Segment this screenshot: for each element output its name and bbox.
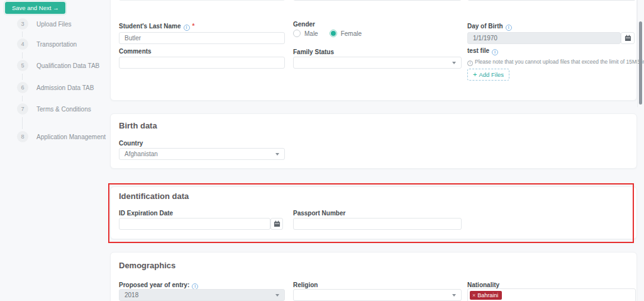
identification-data-card: Identification data ID Expiration Date P… xyxy=(110,186,637,239)
gender-radio-group: Male Female xyxy=(293,30,369,37)
close-icon[interactable]: × xyxy=(472,292,475,298)
info-icon: i xyxy=(467,60,473,66)
chevron-down-icon xyxy=(275,294,279,297)
application-form-page: Save and Next → 3 Upload Files 4 Transpo… xyxy=(0,0,644,301)
gender-male-label[interactable]: Male xyxy=(304,30,318,37)
comments-label: Comments xyxy=(119,48,152,55)
nationality-multiselect[interactable]: × Bahraini xyxy=(467,288,636,301)
calendar-icon xyxy=(625,35,631,42)
step-number-qualification: 5 xyxy=(17,60,28,71)
gender-male-radio[interactable] xyxy=(293,30,301,37)
personal-data-card: Student's Last Namei* Butler Gender Male… xyxy=(110,0,637,101)
step-number-terms: 7 xyxy=(17,103,28,115)
student-last-name-label: Student's Last Namei* xyxy=(119,23,194,31)
day-of-birth-label: Day of Birthi xyxy=(467,23,512,31)
upload-limit-note: iPlease note that you cannot upload file… xyxy=(467,59,644,66)
add-files-label: Add Files xyxy=(479,71,504,78)
upload-limit-note-text: Please note that you cannot upload files… xyxy=(475,59,644,65)
required-asterisk: * xyxy=(192,23,195,30)
step-number-application-mgmt: 8 xyxy=(17,131,28,142)
id-expiration-calendar-button[interactable] xyxy=(270,218,283,230)
year-of-entry-label-text: Proposed year of entry: xyxy=(119,281,189,288)
info-icon[interactable]: i xyxy=(492,49,498,55)
cropped-disabled-input[interactable] xyxy=(119,0,285,1)
birth-data-card: Birth data Country Afghanistan xyxy=(110,113,637,169)
sidebar-item-transportation[interactable]: Transportation xyxy=(36,41,77,48)
chevron-down-icon xyxy=(275,153,279,156)
passport-number-input[interactable] xyxy=(293,218,462,230)
family-status-select[interactable] xyxy=(293,57,462,69)
gender-female-radio[interactable] xyxy=(330,30,337,37)
sidebar-item-admission-data[interactable]: Admission Data TAB xyxy=(36,84,94,91)
step-connector xyxy=(22,74,23,80)
id-expiration-date-input[interactable] xyxy=(119,218,270,230)
save-and-next-button[interactable]: Save and Next → xyxy=(5,2,65,14)
student-last-name-input[interactable]: Butler xyxy=(119,32,285,44)
nationality-tag[interactable]: × Bahraini xyxy=(470,291,502,300)
cropped-input[interactable] xyxy=(467,0,636,1)
religion-label: Religion xyxy=(293,281,318,288)
nationality-tag-label: Bahraini xyxy=(477,292,498,298)
vertical-scrollbar-thumb[interactable] xyxy=(639,21,642,105)
card-right-edge xyxy=(637,0,638,107)
sidebar-item-application-management[interactable]: Application Management xyxy=(36,133,106,140)
year-of-entry-value: 2018 xyxy=(125,292,138,298)
sidebar-item-terms-conditions[interactable]: Terms & Conditions xyxy=(36,106,91,113)
comments-input[interactable] xyxy=(119,57,285,69)
country-value: Afghanistan xyxy=(125,150,158,157)
add-files-button[interactable]: + Add Files xyxy=(467,69,509,81)
test-file-label-text: test file xyxy=(467,47,489,54)
step-connector xyxy=(22,31,23,37)
info-icon[interactable]: i xyxy=(184,25,190,31)
radio-selected-dot xyxy=(331,31,336,36)
step-number-upload-files: 3 xyxy=(17,18,28,30)
student-last-name-label-text: Student's Last Name xyxy=(119,23,181,30)
day-of-birth-calendar-button[interactable] xyxy=(621,32,635,44)
demographics-title: Demographics xyxy=(119,261,175,270)
day-of-birth-label-text: Day of Birth xyxy=(467,23,503,30)
cropped-input[interactable] xyxy=(293,0,462,1)
passport-number-label: Passport Number xyxy=(293,210,345,217)
sidebar-item-upload-files[interactable]: Upload Files xyxy=(36,21,72,28)
chevron-down-icon xyxy=(452,62,456,64)
family-status-label: Family Status xyxy=(293,48,334,55)
gender-label: Gender xyxy=(293,21,315,28)
identification-data-title: Identification data xyxy=(119,191,189,201)
day-of-birth-input[interactable]: 1/1/1970 xyxy=(467,32,621,44)
demographics-card: Demographics Proposed year of entry:i 20… xyxy=(110,252,637,301)
religion-select[interactable] xyxy=(293,289,462,301)
id-expiration-date-label: ID Expiration Date xyxy=(119,210,173,217)
sidebar-item-qualification-data[interactable]: Qualification Data TAB xyxy=(36,62,99,69)
test-file-label: test filei xyxy=(467,47,498,55)
year-of-entry-select[interactable]: 2018 xyxy=(119,289,285,301)
birth-data-title: Birth data xyxy=(119,121,157,130)
country-label: Country xyxy=(119,140,143,147)
step-connector xyxy=(22,96,23,101)
plus-icon: + xyxy=(473,72,477,77)
step-connector xyxy=(22,52,23,59)
step-connector xyxy=(22,117,23,129)
nationality-label: Nationality xyxy=(467,281,499,288)
country-select[interactable]: Afghanistan xyxy=(119,148,285,160)
chevron-down-icon xyxy=(452,294,456,297)
info-icon[interactable]: i xyxy=(506,25,512,31)
gender-female-label[interactable]: Female xyxy=(341,30,362,37)
step-number-admission: 6 xyxy=(17,82,28,93)
step-number-transportation: 4 xyxy=(17,38,28,50)
calendar-icon xyxy=(274,220,280,227)
